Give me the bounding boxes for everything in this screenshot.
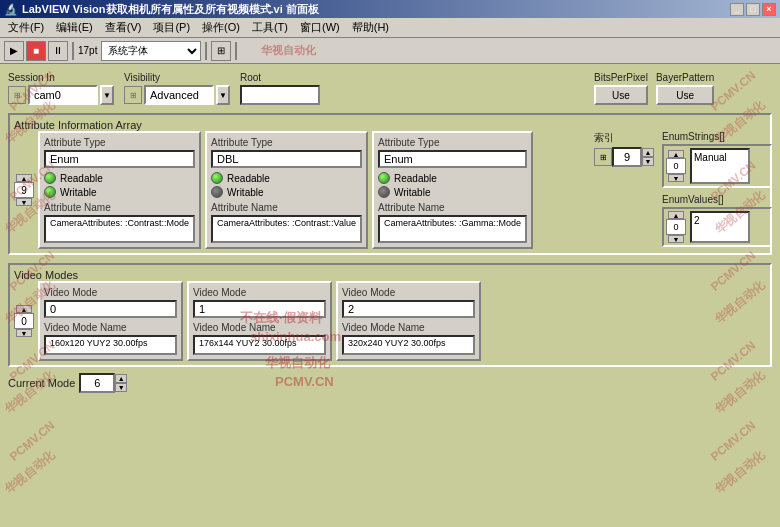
- enum-val-down[interactable]: ▼: [668, 235, 684, 243]
- toolbar-sep-2: [205, 42, 207, 60]
- attr-index-spinner[interactable]: ▲ 9 ▼: [14, 174, 34, 206]
- attr-type-value-1: DBL: [211, 150, 362, 168]
- attr-index-val[interactable]: 9: [14, 182, 34, 198]
- readable-label-1: Readable: [227, 173, 270, 184]
- video-index-up[interactable]: ▲: [16, 305, 32, 313]
- index-up[interactable]: ▲: [642, 148, 654, 157]
- session-in-row: ⊞ cam0 ▼: [8, 85, 114, 105]
- menu-project[interactable]: 项目(P): [147, 18, 196, 37]
- current-mode-ctrl: 6 ▲ ▼: [79, 373, 127, 393]
- video-index-val[interactable]: 0: [14, 313, 34, 329]
- wm-r10: 华视自动化: [712, 447, 769, 499]
- enum-strings-value[interactable]: Manual: [690, 148, 750, 184]
- bayer-pattern-btn[interactable]: Use: [656, 85, 714, 105]
- menu-file[interactable]: 文件(F): [2, 18, 50, 37]
- root-value[interactable]: [240, 85, 320, 105]
- attr-index-down[interactable]: ▼: [16, 198, 32, 206]
- menu-view[interactable]: 查看(V): [99, 18, 148, 37]
- video-mode-value-1: 1: [193, 300, 326, 318]
- attr-index-up[interactable]: ▲: [16, 174, 32, 182]
- video-card-0: Video Mode 0 Video Mode Name 160x120 YUY…: [38, 281, 183, 361]
- visibility-row: ⊞ Advanced ▼: [124, 85, 230, 105]
- current-mode-down[interactable]: ▼: [115, 383, 127, 392]
- enum-str-spinner[interactable]: ▲ 0 ▼: [666, 150, 686, 182]
- enum-val-spinner[interactable]: ▲ 0 ▼: [666, 211, 686, 243]
- wm-9: PCMV.CN: [7, 418, 58, 464]
- video-mode-label-0: Video Mode: [44, 287, 177, 298]
- video-mode-name-value-2: 320x240 YUY2 30.00fps: [342, 335, 475, 355]
- writable-label-1: Writable: [227, 187, 264, 198]
- visibility-label: Visibility: [124, 72, 230, 83]
- current-mode-value[interactable]: 6: [79, 373, 115, 393]
- attr-name-value-2: CameraAttributes: :Gamma::Mode: [378, 215, 527, 243]
- root-label: Root: [240, 72, 320, 83]
- video-index-down[interactable]: ▼: [16, 329, 32, 337]
- enum-strings-body: ▲ 0 ▼ Manual: [666, 148, 768, 184]
- enum-str-idx[interactable]: 0: [666, 158, 686, 174]
- run-button[interactable]: ▶: [4, 41, 24, 61]
- attr-name-label-1: Attribute Name: [211, 202, 362, 213]
- bits-per-pixel-btn[interactable]: Use: [594, 85, 648, 105]
- enum-str-up[interactable]: ▲: [668, 150, 684, 158]
- enum-val-up[interactable]: ▲: [668, 211, 684, 219]
- session-in-icon: ⊞: [8, 86, 26, 104]
- title-text: LabVIEW Vision获取相机所有属性及所有视频模式.vi 前面板: [22, 2, 319, 17]
- index-value[interactable]: 9: [612, 147, 642, 167]
- video-items: Video Mode 0 Video Mode Name 160x120 YUY…: [38, 281, 481, 361]
- menu-tools[interactable]: 工具(T): [246, 18, 294, 37]
- attr-name-label-0: Attribute Name: [44, 202, 195, 213]
- enum-values-body: ▲ 0 ▼ 2: [666, 211, 768, 243]
- video-modes-body: ▲ 0 ▼ Video Mode 0 Video Mode Name 160x1…: [14, 281, 766, 361]
- menu-help[interactable]: 帮助(H): [346, 18, 395, 37]
- writable-row-0: Writable: [44, 186, 195, 198]
- root-row: [240, 85, 320, 105]
- video-mode-name-value-0: 160x120 YUY2 30.00fps: [44, 335, 177, 355]
- video-mode-label-2: Video Mode: [342, 287, 475, 298]
- menu-edit[interactable]: 编辑(E): [50, 18, 99, 37]
- title-bar-buttons: _ □ ×: [730, 3, 776, 16]
- attr-type-value-2: Enum: [378, 150, 527, 168]
- visibility-arrow[interactable]: ▼: [216, 85, 230, 105]
- attr-name-value-0: CameraAttributes: :Contrast::Mode: [44, 215, 195, 243]
- minimize-button[interactable]: _: [730, 3, 744, 16]
- toolbar-watermark: 华视自动化: [261, 43, 316, 58]
- session-in-value[interactable]: cam0: [28, 85, 98, 105]
- stop-button[interactable]: ■: [26, 41, 46, 61]
- current-mode-up[interactable]: ▲: [115, 374, 127, 383]
- bits-per-pixel-label: BitsPerPixel: [594, 72, 648, 83]
- writable-label-2: Writable: [394, 187, 431, 198]
- writable-label-0: Writable: [60, 187, 97, 198]
- enum-val-idx[interactable]: 0: [666, 219, 686, 235]
- index-down[interactable]: ▼: [642, 157, 654, 166]
- attribute-array-title: Attribute Information Array: [14, 119, 142, 131]
- close-button[interactable]: ×: [762, 3, 776, 16]
- attr-type-label-1: Attribute Type: [211, 137, 362, 148]
- enum-values-panel: ▲ 0 ▼ 2: [662, 207, 772, 247]
- enum-str-down[interactable]: ▼: [668, 174, 684, 182]
- visibility-group: Visibility ⊞ Advanced ▼: [124, 72, 230, 105]
- align-button[interactable]: ⊞: [211, 41, 231, 61]
- readable-row-0: Readable: [44, 172, 195, 184]
- attr-card-0: Attribute Type Enum Readable Writable At…: [38, 131, 201, 249]
- video-mode-value-2: 2: [342, 300, 475, 318]
- font-select[interactable]: 系统字体: [101, 41, 201, 61]
- session-in-arrow[interactable]: ▼: [100, 85, 114, 105]
- video-index-spinner[interactable]: ▲ 0 ▼: [14, 305, 34, 337]
- enum-strings-index-ctrl: ▲ 0 ▼: [666, 148, 686, 184]
- current-mode-row: Current Mode 6 ▲ ▼: [8, 373, 772, 393]
- enum-values-value[interactable]: 2: [690, 211, 750, 243]
- readable-led-0: [44, 172, 56, 184]
- menu-operate[interactable]: 操作(O): [196, 18, 246, 37]
- bits-bayer-row: BitsPerPixel Use BayerPattern Use: [594, 72, 772, 105]
- video-modes-title: Video Modes: [14, 269, 78, 281]
- maximize-button[interactable]: □: [746, 3, 760, 16]
- visibility-icon: ⊞: [124, 86, 142, 104]
- visibility-value[interactable]: Advanced: [144, 85, 214, 105]
- video-mode-name-label-0: Video Mode Name: [44, 322, 177, 333]
- pause-button[interactable]: ⏸: [48, 41, 68, 61]
- bayer-pattern-group: BayerPattern Use: [656, 72, 714, 105]
- bits-per-pixel-group: BitsPerPixel Use: [594, 72, 648, 105]
- menu-window[interactable]: 窗口(W): [294, 18, 346, 37]
- attr-items: Attribute Type Enum Readable Writable At…: [38, 131, 533, 249]
- index-arrows: ▲ ▼: [642, 148, 654, 166]
